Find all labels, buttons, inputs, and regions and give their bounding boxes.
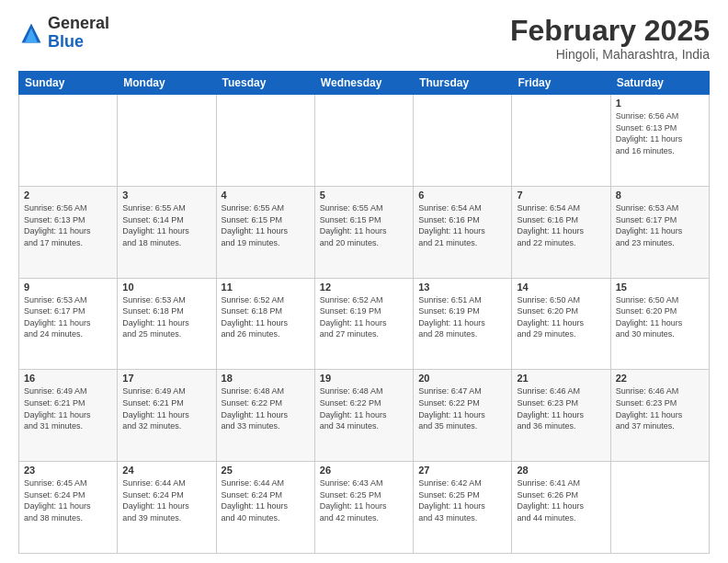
table-row: 8Sunrise: 6:53 AM Sunset: 6:17 PM Daylig… [610,186,709,278]
logo-icon [18,20,44,46]
day-info: Sunrise: 6:53 AM Sunset: 6:18 PM Dayligh… [122,294,210,340]
table-row: 19Sunrise: 6:48 AM Sunset: 6:22 PM Dayli… [314,370,413,462]
day-number: 27 [418,465,506,476]
day-info: Sunrise: 6:49 AM Sunset: 6:21 PM Dayligh… [122,385,210,431]
day-info: Sunrise: 6:46 AM Sunset: 6:23 PM Dayligh… [616,385,704,431]
location-subtitle: Hingoli, Maharashtra, India [510,47,710,62]
col-monday: Monday [118,72,216,95]
logo-text: General Blue [48,15,109,52]
day-number: 14 [517,282,605,293]
calendar-week-row: 1Sunrise: 6:56 AM Sunset: 6:13 PM Daylig… [19,95,710,187]
table-row [610,462,709,554]
month-title: February 2025 [510,15,710,47]
day-number: 16 [24,373,112,384]
table-row [314,95,413,187]
day-number: 12 [320,282,408,293]
col-tuesday: Tuesday [216,72,314,95]
table-row: 9Sunrise: 6:53 AM Sunset: 6:17 PM Daylig… [19,278,118,370]
day-number: 4 [222,190,310,201]
day-info: Sunrise: 6:47 AM Sunset: 6:22 PM Dayligh… [418,385,506,431]
day-number: 18 [222,373,310,384]
day-info: Sunrise: 6:44 AM Sunset: 6:24 PM Dayligh… [122,477,210,523]
table-row: 25Sunrise: 6:44 AM Sunset: 6:24 PM Dayli… [216,462,314,554]
table-row [414,95,512,187]
col-wednesday: Wednesday [314,72,413,95]
calendar-table: Sunday Monday Tuesday Wednesday Thursday… [18,71,710,554]
day-number: 26 [320,465,408,476]
day-info: Sunrise: 6:55 AM Sunset: 6:15 PM Dayligh… [320,202,408,248]
day-number: 9 [24,282,112,293]
day-info: Sunrise: 6:48 AM Sunset: 6:22 PM Dayligh… [320,385,408,431]
day-number: 19 [320,373,408,384]
table-row: 24Sunrise: 6:44 AM Sunset: 6:24 PM Dayli… [118,462,216,554]
col-saturday: Saturday [610,72,709,95]
day-info: Sunrise: 6:50 AM Sunset: 6:20 PM Dayligh… [616,294,704,340]
page: General Blue February 2025 Hingoli, Maha… [0,0,728,563]
day-info: Sunrise: 6:50 AM Sunset: 6:20 PM Dayligh… [517,294,605,340]
day-number: 28 [517,465,605,476]
day-number: 7 [517,190,605,201]
table-row: 26Sunrise: 6:43 AM Sunset: 6:25 PM Dayli… [314,462,413,554]
day-number: 22 [616,373,704,384]
title-block: February 2025 Hingoli, Maharashtra, Indi… [510,15,710,62]
col-friday: Friday [512,72,610,95]
day-number: 11 [222,282,310,293]
day-number: 21 [517,373,605,384]
day-info: Sunrise: 6:56 AM Sunset: 6:13 PM Dayligh… [616,110,704,156]
table-row: 13Sunrise: 6:51 AM Sunset: 6:19 PM Dayli… [414,278,512,370]
table-row: 6Sunrise: 6:54 AM Sunset: 6:16 PM Daylig… [414,186,512,278]
table-row: 15Sunrise: 6:50 AM Sunset: 6:20 PM Dayli… [610,278,709,370]
day-info: Sunrise: 6:44 AM Sunset: 6:24 PM Dayligh… [222,477,310,523]
day-number: 15 [616,282,704,293]
col-sunday: Sunday [19,72,118,95]
calendar-week-row: 2Sunrise: 6:56 AM Sunset: 6:13 PM Daylig… [19,186,710,278]
day-number: 5 [320,190,408,201]
day-number: 1 [616,98,704,109]
logo: General Blue [18,15,109,52]
table-row: 7Sunrise: 6:54 AM Sunset: 6:16 PM Daylig… [512,186,610,278]
col-thursday: Thursday [414,72,512,95]
day-number: 17 [122,373,210,384]
table-row [512,95,610,187]
day-info: Sunrise: 6:56 AM Sunset: 6:13 PM Dayligh… [24,202,112,248]
table-row: 4Sunrise: 6:55 AM Sunset: 6:15 PM Daylig… [216,186,314,278]
table-row: 17Sunrise: 6:49 AM Sunset: 6:21 PM Dayli… [118,370,216,462]
day-number: 10 [122,282,210,293]
day-info: Sunrise: 6:54 AM Sunset: 6:16 PM Dayligh… [418,202,506,248]
day-number: 23 [24,465,112,476]
header: General Blue February 2025 Hingoli, Maha… [18,15,710,62]
day-number: 2 [24,190,112,201]
table-row: 3Sunrise: 6:55 AM Sunset: 6:14 PM Daylig… [118,186,216,278]
table-row [19,95,118,187]
table-row: 12Sunrise: 6:52 AM Sunset: 6:19 PM Dayli… [314,278,413,370]
day-number: 6 [418,190,506,201]
calendar-header-row: Sunday Monday Tuesday Wednesday Thursday… [19,72,710,95]
day-info: Sunrise: 6:53 AM Sunset: 6:17 PM Dayligh… [24,294,112,340]
day-number: 24 [122,465,210,476]
day-info: Sunrise: 6:55 AM Sunset: 6:14 PM Dayligh… [122,202,210,248]
day-info: Sunrise: 6:55 AM Sunset: 6:15 PM Dayligh… [222,202,310,248]
day-number: 3 [122,190,210,201]
logo-blue: Blue [48,32,84,51]
table-row [118,95,216,187]
table-row: 11Sunrise: 6:52 AM Sunset: 6:18 PM Dayli… [216,278,314,370]
day-number: 8 [616,190,704,201]
day-number: 20 [418,373,506,384]
table-row: 23Sunrise: 6:45 AM Sunset: 6:24 PM Dayli… [19,462,118,554]
calendar-week-row: 16Sunrise: 6:49 AM Sunset: 6:21 PM Dayli… [19,370,710,462]
day-info: Sunrise: 6:45 AM Sunset: 6:24 PM Dayligh… [24,477,112,523]
table-row: 10Sunrise: 6:53 AM Sunset: 6:18 PM Dayli… [118,278,216,370]
table-row: 1Sunrise: 6:56 AM Sunset: 6:13 PM Daylig… [610,95,709,187]
calendar-week-row: 23Sunrise: 6:45 AM Sunset: 6:24 PM Dayli… [19,462,710,554]
day-number: 13 [418,282,506,293]
table-row: 16Sunrise: 6:49 AM Sunset: 6:21 PM Dayli… [19,370,118,462]
table-row: 5Sunrise: 6:55 AM Sunset: 6:15 PM Daylig… [314,186,413,278]
table-row: 21Sunrise: 6:46 AM Sunset: 6:23 PM Dayli… [512,370,610,462]
day-info: Sunrise: 6:52 AM Sunset: 6:18 PM Dayligh… [222,294,310,340]
day-info: Sunrise: 6:48 AM Sunset: 6:22 PM Dayligh… [222,385,310,431]
day-info: Sunrise: 6:43 AM Sunset: 6:25 PM Dayligh… [320,477,408,523]
calendar-week-row: 9Sunrise: 6:53 AM Sunset: 6:17 PM Daylig… [19,278,710,370]
table-row: 14Sunrise: 6:50 AM Sunset: 6:20 PM Dayli… [512,278,610,370]
day-info: Sunrise: 6:51 AM Sunset: 6:19 PM Dayligh… [418,294,506,340]
day-number: 25 [222,465,310,476]
